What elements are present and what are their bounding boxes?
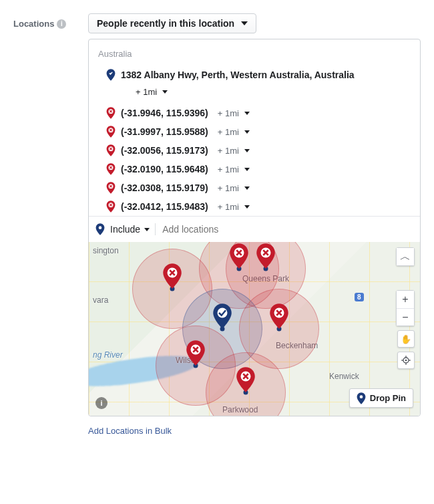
map-exclude-pin[interactable] [186,340,206,366]
chevron-down-icon [244,168,250,171]
radius-dropdown[interactable]: + 1mi [218,183,250,193]
map-zoom-control: + − [396,290,415,326]
location-row[interactable]: (-31.9946, 115.9396)+ 1mi [98,104,411,122]
exclude-pin-icon [106,127,116,136]
exclude-pin-icon [106,202,116,211]
map-exclude-pin[interactable] [256,243,276,269]
map[interactable]: sington vara Queens Park Beckenham Wilso… [89,242,420,416]
location-coords: (-32.0190, 115.9648) [121,164,208,174]
country-label: Australia [98,49,411,59]
chevron-down-icon [144,228,150,231]
map-include-pin[interactable] [212,303,232,329]
radius-dropdown[interactable]: + 1mi [218,146,250,156]
map-collapse-control[interactable]: ︿ [396,247,415,266]
location-coords: (-31.9946, 115.9396) [121,108,208,118]
location-row[interactable]: (-31.9997, 115.9588)+ 1mi [98,122,411,141]
primary-location-text: 1382 Albany Hwy, Perth, Western Australi… [121,70,355,80]
chevron-down-icon [244,149,250,152]
chevron-down-icon [244,130,250,134]
location-row[interactable]: (-32.0190, 115.9648)+ 1mi [98,160,411,178]
exclude-pin-icon [106,164,116,174]
location-row[interactable]: (-32.0308, 115.9179)+ 1mi [98,178,411,197]
radius-dropdown[interactable]: + 1mi [218,127,250,137]
include-exclude-dropdown[interactable]: Include [110,224,150,235]
map-info-icon[interactable]: i [95,397,107,409]
locations-label: Locations i [13,13,80,29]
include-pin-icon [95,225,105,234]
chevron-down-icon [244,186,250,190]
drop-pin-button[interactable]: Drop Pin [349,388,413,408]
map-exclude-pin[interactable] [269,303,289,329]
location-coords: (-32.0308, 115.9179) [121,182,208,193]
location-row[interactable]: (-32.0056, 115.9173)+ 1mi [98,141,411,160]
chevron-down-icon [241,21,248,25]
map-place-label: sington [93,246,119,255]
svg-point-15 [405,360,407,362]
svg-point-6 [99,226,102,229]
location-row[interactable]: (-32.0412, 115.9483)+ 1mi [98,197,411,216]
map-exclude-pin[interactable] [236,367,256,392]
chevron-down-icon [162,90,168,94]
add-locations-input[interactable] [161,223,413,235]
primary-radius-dropdown[interactable]: + 1mi [98,84,411,104]
map-place-label: ng River [93,350,123,360]
chevron-down-icon [244,112,250,115]
location-coords: (-32.0056, 115.9173) [121,145,208,156]
location-coords: (-32.0412, 115.9483) [121,201,208,212]
exclude-pin-icon [106,146,116,155]
chevron-down-icon [244,205,250,209]
radius-dropdown[interactable]: + 1mi [218,164,250,174]
locations-panel: Australia 1382 Albany Hwy, Perth, Wester… [88,39,421,416]
map-place-label: vara [93,295,108,305]
map-exclude-pin[interactable] [229,243,249,269]
radius-dropdown[interactable]: + 1mi [218,202,250,212]
include-pin-icon [106,70,116,80]
primary-location-row[interactable]: 1382 Albany Hwy, Perth, Western Australi… [98,66,411,84]
pin-icon [357,394,366,403]
radius-dropdown[interactable]: + 1mi [218,108,250,118]
location-coords: (-31.9997, 115.9588) [121,126,208,137]
map-place-label: Kenwick [329,372,359,381]
zoom-in-button[interactable]: + [397,291,414,308]
map-exclude-pin[interactable] [162,263,182,289]
zoom-out-button[interactable]: − [397,308,414,326]
svg-point-16 [359,395,363,398]
highway-badge: 8 [355,293,364,301]
exclude-pin-icon [106,183,116,193]
svg-point-10 [218,308,228,318]
audience-dropdown[interactable]: People recently in this location [88,13,256,33]
audience-dropdown-label: People recently in this location [97,18,234,29]
chevron-up-icon[interactable]: ︿ [397,248,414,265]
add-locations-bulk-link[interactable]: Add Locations in Bulk [88,426,421,436]
map-locate-button[interactable] [397,352,415,369]
info-icon[interactable]: i [57,19,66,29]
divider [155,223,156,235]
exclude-pin-icon [106,108,116,118]
map-pan-button[interactable]: ✋ [397,330,415,348]
